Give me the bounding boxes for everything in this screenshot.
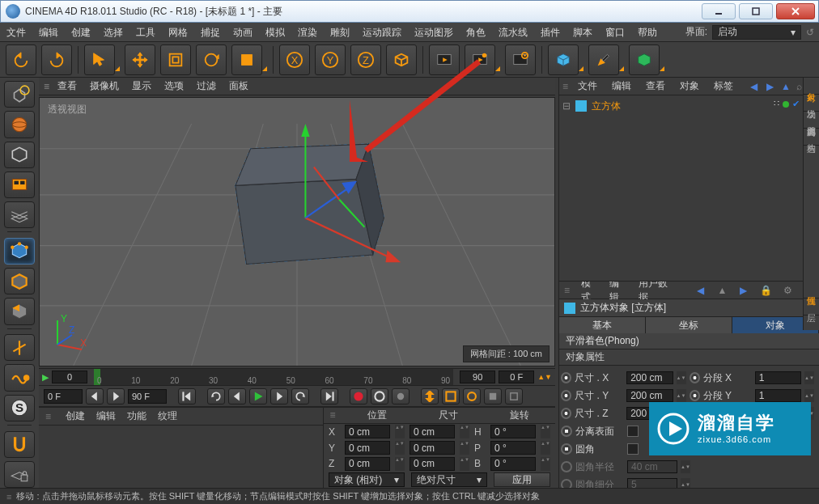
scale-tool[interactable] [160,44,191,75]
menu-script[interactable]: 脚本 [567,23,599,42]
axis-z-toggle[interactable]: Z [350,44,381,75]
abs-size-dropdown[interactable]: 绝对尺寸▾ [411,472,487,487]
layout-revert-icon[interactable]: ↺ [806,27,819,38]
side-tab-object[interactable]: 对象 [804,78,819,95]
rot-b-input[interactable]: 0 ° [490,457,536,471]
timeline-end-field[interactable]: 90 [460,371,495,383]
dropdown-indicator[interactable] [262,66,267,71]
coord-mode-dropdown[interactable]: 对象 (相对)▾ [329,472,405,487]
material-grid[interactable] [39,426,323,488]
side-tab-take[interactable]: 场次 [804,95,819,112]
timeline-current-field[interactable]: 0 F [499,371,534,383]
panel-grip-icon[interactable]: ≡ [562,81,568,92]
obj-tab-object[interactable]: 对象 [675,79,704,93]
window-minimize[interactable] [702,3,736,19]
fillet-checkbox[interactable] [627,443,639,455]
anim-dot[interactable] [561,479,572,488]
menu-char[interactable]: 角色 [460,23,492,42]
obj-tab-edit[interactable]: 编辑 [607,79,636,93]
tweak-button[interactable] [4,364,35,391]
size-y-input[interactable]: 200 cm [626,389,673,402]
next-key-button[interactable] [270,388,288,404]
menu-snap[interactable]: 捕捉 [194,23,227,42]
menu-render[interactable]: 渲染 [291,23,324,42]
apply-button[interactable]: 应用 [494,472,550,487]
key-rot-button[interactable] [463,388,481,404]
nav-up-icon[interactable]: ▲ [780,81,791,92]
dropdown-indicator[interactable] [115,66,120,71]
make-editable-button[interactable] [4,81,35,108]
key-scale-button[interactable] [442,388,460,404]
coord-system-toggle[interactable] [386,44,417,75]
play-button[interactable] [249,388,267,404]
menu-pipeline[interactable]: 流水线 [492,23,534,42]
panel-grip-icon[interactable]: ≡ [45,411,51,422]
dropdown-indicator[interactable] [619,66,624,71]
vp-menu-options[interactable]: 选项 [164,79,184,93]
redo-button[interactable] [41,44,72,75]
polys-mode-button[interactable] [4,298,35,324]
vp-menu-camera[interactable]: 摄像机 [90,79,119,93]
gear-icon[interactable]: ⚙ [783,285,792,296]
viewport-solo-button[interactable]: S [4,395,35,421]
key-pla-button[interactable] [505,388,523,404]
undo-button[interactable] [6,44,36,75]
live-select-tool[interactable] [84,44,115,75]
dropdown-indicator[interactable] [579,66,583,71]
rot-p-input[interactable]: 0 ° [490,441,536,455]
texture-axis-button[interactable] [4,111,35,138]
lock-icon[interactable]: 🔒 [760,285,771,296]
panel-grip-icon[interactable]: ≡ [564,285,570,296]
goto-end-button[interactable] [320,388,338,404]
edges-mode-button[interactable] [4,268,35,294]
object-mode-button[interactable] [4,172,35,198]
attr-phong-tab[interactable]: 平滑着色(Phong) [559,333,819,349]
nav-back-icon[interactable]: ◀ [696,285,706,296]
model-mode-button[interactable] [4,142,35,168]
pos-x-input[interactable]: 0 cm [345,425,390,438]
goto-start-button[interactable] [178,388,196,404]
seg-x-input[interactable]: 1 [755,371,801,384]
rot-h-input[interactable]: 0 ° [490,425,536,438]
render-region-button[interactable] [465,44,495,75]
separate-surface-checkbox[interactable] [627,426,639,437]
anim-dot[interactable] [690,390,700,401]
render-settings-button[interactable] [505,44,536,75]
key-sel-button[interactable] [392,388,410,404]
seg-y-input[interactable]: 1 [755,389,801,402]
axis-x-toggle[interactable]: X [279,44,310,75]
anim-dot[interactable] [561,390,571,401]
vp-menu-display[interactable]: 显示 [132,79,151,93]
visibility-dot[interactable] [783,101,789,108]
nav-fwd-icon[interactable]: ▶ [764,81,775,92]
menu-plugins[interactable]: 插件 [534,23,567,42]
loop-button[interactable] [207,388,225,404]
panel-grip-icon[interactable]: ≡ [44,81,49,92]
workplane-button[interactable] [4,201,35,228]
range-prev-button[interactable] [86,388,104,404]
workplane-lock-button[interactable] [4,461,35,488]
obj-tab-file[interactable]: 文件 [573,79,602,93]
menu-sculpt[interactable]: 雕刻 [324,23,356,42]
timeline-ruler[interactable]: 0102030405060708090 [94,369,453,385]
anim-dot[interactable] [690,372,700,383]
window-close[interactable] [776,3,815,19]
menu-mograph[interactable]: 运动图形 [408,23,460,42]
obj-tab-view[interactable]: 查看 [641,79,670,93]
last-tool[interactable] [231,44,262,75]
add-cube-button[interactable] [548,44,579,75]
mat-tab-edit[interactable]: 编辑 [96,409,116,423]
window-maximize[interactable] [739,3,773,19]
side-tab-structure[interactable]: 构造 [804,129,819,146]
render-pv-button[interactable] [429,44,460,75]
size-x-input[interactable]: 0 cm [410,425,455,438]
key-pos-button[interactable] [421,388,439,404]
perspective-viewport[interactable]: 透视视图 [39,97,555,366]
record-button[interactable] [350,388,367,404]
anim-dot[interactable] [561,426,572,437]
menu-file[interactable]: 文件 [0,23,32,42]
timeline-start-field[interactable]: 0 [52,371,87,383]
panel-grip-icon[interactable]: ≡ [6,492,11,502]
attr-cat-basic[interactable]: 基本 [559,317,646,333]
layout-dropdown[interactable]: 启动▾ [712,25,801,40]
